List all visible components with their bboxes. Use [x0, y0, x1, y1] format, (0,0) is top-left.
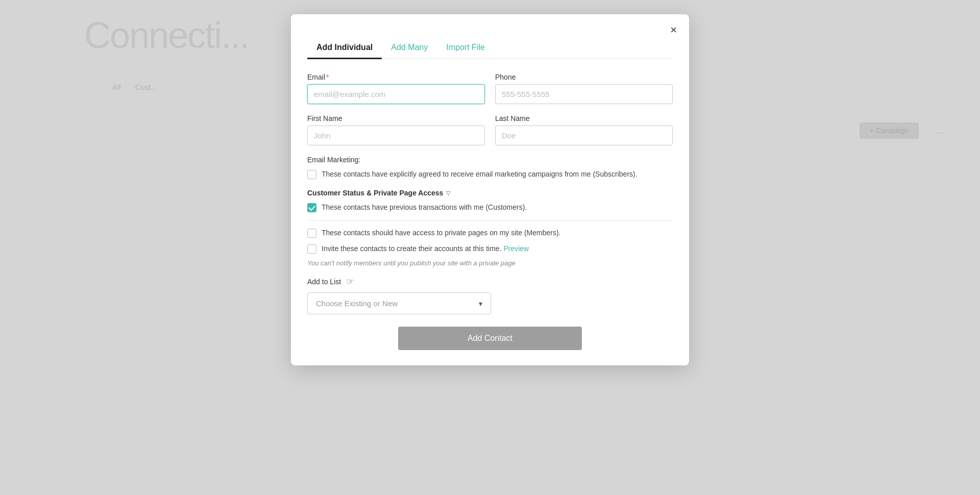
customers-text: These contacts have previous transaction… [322, 202, 527, 213]
tab-import-file[interactable]: Import File [437, 38, 494, 58]
modal-tabs: Add Individual Add Many Import File [307, 38, 673, 59]
add-contact-button[interactable]: Add Contact [398, 327, 582, 350]
modal-header: × [291, 14, 689, 36]
preview-link[interactable]: Preview [503, 244, 529, 253]
section-divider [307, 220, 673, 220]
chevron-down-icon: ▾ [479, 300, 482, 308]
required-indicator: * [326, 73, 329, 81]
members-text: These contacts should have access to pri… [322, 228, 560, 238]
last-name-group: Last Name [495, 114, 673, 145]
customer-status-section: Customer Status & Private Page Access ▽ … [307, 189, 673, 267]
modal-body: Email* Phone First Name Last Name Email … [291, 59, 689, 350]
email-marketing-checkbox[interactable] [307, 170, 316, 179]
members-checkbox-row: These contacts should have access to pri… [307, 228, 673, 238]
invite-checkbox-row: Invite these contacts to create their ac… [307, 243, 673, 254]
first-name-label: First Name [307, 114, 485, 122]
add-to-list-dropdown[interactable]: Choose Existing or New ▾ [307, 292, 491, 314]
note-text: You can't notify members until you publi… [307, 259, 673, 267]
cursor-icon: ☞ [346, 276, 354, 287]
tab-add-individual[interactable]: Add Individual [307, 38, 382, 58]
dropdown-placeholder: Choose Existing or New [316, 299, 398, 308]
email-input[interactable] [307, 84, 485, 104]
add-to-list-section: Add to List ☞ Choose Existing or New ▾ [307, 276, 673, 314]
last-name-input[interactable] [495, 126, 673, 145]
add-to-list-label: Add to List [307, 278, 341, 286]
email-phone-row: Email* Phone [307, 73, 673, 104]
customer-status-title: Customer Status & Private Page Access [307, 189, 443, 197]
close-button[interactable]: × [670, 24, 677, 36]
first-name-group: First Name [307, 114, 485, 145]
phone-label: Phone [495, 73, 673, 81]
customers-checkbox[interactable] [307, 203, 316, 212]
add-contact-modal: × Add Individual Add Many Import File Em… [291, 14, 689, 365]
phone-input[interactable] [495, 84, 673, 104]
tab-add-many[interactable]: Add Many [382, 38, 437, 58]
first-name-input[interactable] [307, 126, 485, 145]
dropdown-triangle-icon: ▽ [446, 190, 450, 196]
invite-text: Invite these contacts to create their ac… [322, 243, 529, 254]
submit-area: Add Contact [307, 327, 673, 350]
customer-status-header: Customer Status & Private Page Access ▽ [307, 189, 673, 197]
invite-checkbox[interactable] [307, 244, 316, 254]
name-row: First Name Last Name [307, 114, 673, 145]
email-label: Email* [307, 73, 485, 81]
members-checkbox[interactable] [307, 229, 316, 238]
email-marketing-section: Email Marketing: These contacts have exp… [307, 156, 673, 180]
last-name-label: Last Name [495, 114, 673, 122]
email-group: Email* [307, 73, 485, 104]
phone-group: Phone [495, 73, 673, 104]
customers-checkbox-row: These contacts have previous transaction… [307, 202, 673, 213]
email-marketing-label: Email Marketing: [307, 156, 673, 164]
email-marketing-row: These contacts have explicitly agreed to… [307, 169, 673, 180]
add-to-list-header: Add to List ☞ [307, 276, 673, 287]
email-marketing-text: These contacts have explicitly agreed to… [322, 169, 638, 180]
